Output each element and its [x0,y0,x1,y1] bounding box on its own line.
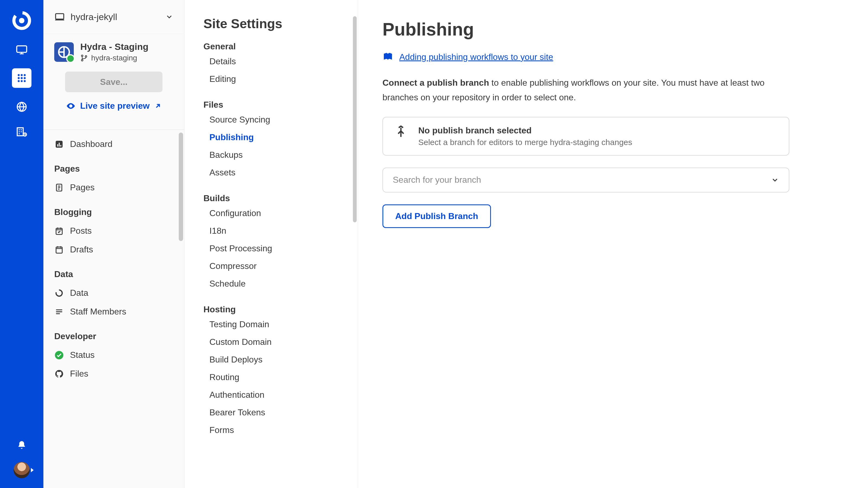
description: Connect a publish branch to enable publi… [382,75,768,105]
settings-link-assets[interactable]: Assets [204,164,339,182]
merge-icon [394,126,407,138]
settings-group-heading: Hosting [204,304,339,315]
nav-status[interactable]: Status [43,346,184,364]
nav-label: Staff Members [70,306,126,317]
docs-icon [382,52,393,62]
svg-point-7 [21,77,23,79]
project-icon [54,42,74,62]
settings-link-compressor[interactable]: Compressor [204,257,339,275]
card-subtitle: Select a branch for editors to merge hyd… [418,138,632,147]
site-panel: hydra-jekyll Hydra - Staging hydra-stagi… [43,0,184,488]
nav-drafts[interactable]: Drafts [43,240,184,259]
nav-label: Dashboard [70,139,113,149]
svg-point-4 [21,74,23,76]
settings-link-i18n[interactable]: I18n [204,222,339,240]
chevron-down-icon [165,13,173,21]
svg-point-6 [18,77,20,79]
nav-label: Files [70,369,88,379]
external-link-icon [154,102,162,110]
settings-link-details[interactable]: Details [204,53,339,70]
svg-point-17 [82,55,83,57]
github-icon [54,369,64,379]
app-logo[interactable] [12,11,31,30]
user-avatar[interactable] [13,462,30,478]
live-preview-label: Live site preview [80,101,150,111]
settings-link-configuration[interactable]: Configuration [204,204,339,222]
settings-link-source-syncing[interactable]: Source Syncing [204,111,339,129]
svg-point-8 [24,77,26,79]
svg-rect-13 [18,128,23,135]
notifications-icon[interactable] [16,439,28,451]
doc-link[interactable]: Adding publishing workflows to your site [382,52,844,62]
settings-link-bearer-tokens[interactable]: Bearer Tokens [204,404,339,421]
rail-org-icon[interactable] [16,126,28,138]
settings-link-routing[interactable]: Routing [204,368,339,386]
settings-link-post-processing[interactable]: Post Processing [204,240,339,257]
svg-point-5 [24,74,26,76]
nav-heading-blogging: Blogging [43,197,184,222]
svg-point-10 [21,80,23,82]
svg-rect-26 [56,228,62,234]
settings-title: Site Settings [204,16,339,31]
nav-label: Data [70,288,88,298]
svg-point-1 [19,18,24,23]
add-publish-branch-button[interactable]: Add Publish Branch [382,204,491,228]
project-title: Hydra - Staging [80,41,148,52]
posts-icon [54,226,64,236]
pages-icon [54,183,64,193]
svg-point-19 [85,56,87,57]
svg-rect-15 [56,13,64,19]
nav-posts[interactable]: Posts [43,222,184,240]
doc-link-text: Adding publishing workflows to your site [399,52,553,62]
svg-rect-24 [60,145,61,147]
settings-link-editing[interactable]: Editing [204,70,339,88]
nav-heading-developer: Developer [43,321,184,346]
nav-staff[interactable]: Staff Members [43,302,184,321]
app-rail [0,0,43,488]
project-branch: hydra-staging [91,54,137,62]
settings-link-backups[interactable]: Backups [204,146,339,164]
data-icon [54,288,64,298]
page-title: Publishing [382,19,844,40]
nav-label: Drafts [70,245,93,255]
svg-point-20 [70,105,72,107]
card-title: No publish branch selected [418,126,632,135]
project-header: Hydra - Staging hydra-staging Save... Li… [43,34,184,130]
rail-apps-icon[interactable] [12,68,31,88]
nav-label: Status [70,350,95,360]
nav-dashboard[interactable]: Dashboard [43,135,184,154]
laptop-icon [54,11,65,22]
svg-rect-27 [56,247,62,253]
nav-files[interactable]: Files [43,364,184,383]
branch-placeholder: Search for your branch [393,175,481,185]
branch-icon [80,54,88,62]
settings-link-publishing[interactable]: Publishing [204,129,339,146]
settings-link-authentication[interactable]: Authentication [204,386,339,404]
svg-point-18 [82,59,83,61]
site-selector[interactable]: hydra-jekyll [43,0,184,34]
settings-link-forms[interactable]: Forms [204,421,339,439]
nav-pages[interactable]: Pages [43,178,184,197]
settings-link-schedule[interactable]: Schedule [204,275,339,293]
staff-icon [54,307,64,317]
dashboard-icon [54,139,64,149]
no-branch-card: No publish branch selected Select a bran… [382,117,789,156]
live-preview-link[interactable]: Live site preview [54,101,173,111]
settings-group-heading: General [204,41,339,52]
settings-link-testing-domain[interactable]: Testing Domain [204,316,339,333]
save-button[interactable]: Save... [65,72,162,92]
nav-heading-pages: Pages [43,154,184,178]
rail-globe-icon[interactable] [16,101,28,113]
settings-link-custom-domain[interactable]: Custom Domain [204,333,339,351]
rail-sites-icon[interactable] [16,43,28,55]
drafts-icon [54,245,64,255]
chevron-down-icon [771,176,779,184]
main-content: Publishing Adding publishing workflows t… [358,0,868,488]
svg-rect-22 [57,144,58,147]
branch-select[interactable]: Search for your branch [382,167,789,193]
svg-rect-23 [59,142,60,147]
svg-point-11 [24,80,26,82]
settings-link-build-deploys[interactable]: Build Deploys [204,351,339,368]
nav-data[interactable]: Data [43,284,184,302]
svg-point-3 [18,74,20,76]
